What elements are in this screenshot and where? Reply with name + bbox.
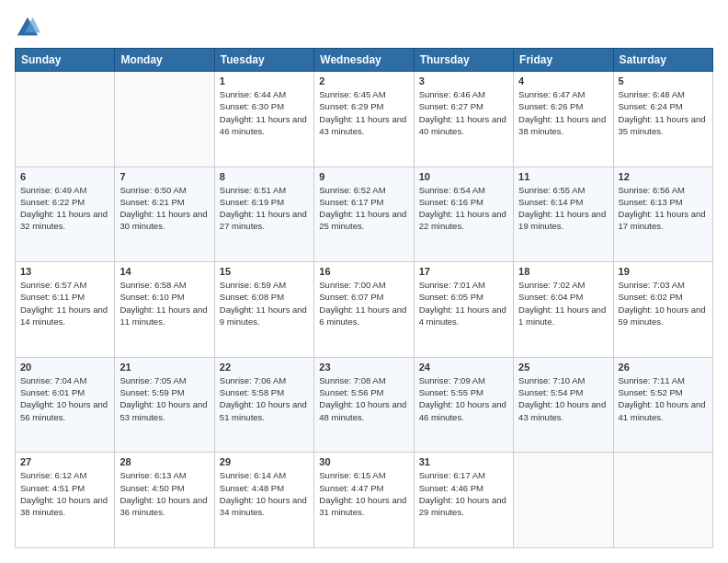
day-number: 1 xyxy=(220,75,309,86)
day-number: 10 xyxy=(419,171,508,182)
header xyxy=(15,15,713,40)
day-number: 29 xyxy=(220,456,309,467)
weekday-header-friday: Friday xyxy=(514,49,613,72)
day-info: Sunrise: 6:49 AMSunset: 6:22 PMDaylight:… xyxy=(20,184,109,233)
day-info: Sunrise: 6:14 AMSunset: 4:48 PMDaylight:… xyxy=(220,469,309,518)
calendar-header: SundayMondayTuesdayWednesdayThursdayFrid… xyxy=(16,49,713,72)
calendar-cell: 7Sunrise: 6:50 AMSunset: 6:21 PMDaylight… xyxy=(115,167,214,262)
day-number: 19 xyxy=(619,266,708,277)
calendar-cell: 15Sunrise: 6:59 AMSunset: 6:08 PMDayligh… xyxy=(214,262,313,358)
calendar-cell: 12Sunrise: 6:56 AMSunset: 6:13 PMDayligh… xyxy=(613,167,712,262)
day-info: Sunrise: 7:10 AMSunset: 5:54 PMDaylight:… xyxy=(518,374,608,423)
day-number: 13 xyxy=(20,266,109,277)
calendar-cell: 16Sunrise: 7:00 AMSunset: 6:07 PMDayligh… xyxy=(314,262,414,358)
day-number: 17 xyxy=(419,266,508,277)
day-number: 21 xyxy=(119,362,209,373)
day-number: 7 xyxy=(119,171,209,182)
calendar-cell: 2Sunrise: 6:45 AMSunset: 6:29 PMDaylight… xyxy=(314,72,414,167)
day-number: 23 xyxy=(319,362,408,373)
day-number: 16 xyxy=(319,266,408,277)
weekday-header-thursday: Thursday xyxy=(414,49,513,72)
calendar-cell: 3Sunrise: 6:46 AMSunset: 6:27 PMDaylight… xyxy=(414,72,513,167)
calendar-cell xyxy=(16,72,115,167)
week-row: 20Sunrise: 7:04 AMSunset: 6:01 PMDayligh… xyxy=(16,357,713,453)
calendar: SundayMondayTuesdayWednesdayThursdayFrid… xyxy=(15,48,713,548)
day-number: 5 xyxy=(619,75,708,86)
day-info: Sunrise: 7:04 AMSunset: 6:01 PMDaylight:… xyxy=(20,374,109,423)
day-info: Sunrise: 6:57 AMSunset: 6:11 PMDaylight:… xyxy=(20,279,109,327)
calendar-cell: 4Sunrise: 6:47 AMSunset: 6:26 PMDaylight… xyxy=(514,72,613,167)
weekday-row: SundayMondayTuesdayWednesdayThursdayFrid… xyxy=(16,49,713,72)
calendar-cell: 19Sunrise: 7:03 AMSunset: 6:02 PMDayligh… xyxy=(613,262,712,358)
weekday-header-tuesday: Tuesday xyxy=(214,49,313,72)
calendar-cell: 8Sunrise: 6:51 AMSunset: 6:19 PMDaylight… xyxy=(214,167,313,262)
day-number: 9 xyxy=(319,171,408,182)
calendar-cell: 26Sunrise: 7:11 AMSunset: 5:52 PMDayligh… xyxy=(613,357,712,453)
day-info: Sunrise: 7:02 AMSunset: 6:04 PMDaylight:… xyxy=(518,279,608,327)
day-number: 3 xyxy=(419,75,508,86)
calendar-cell: 14Sunrise: 6:58 AMSunset: 6:10 PMDayligh… xyxy=(115,262,214,358)
weekday-header-sunday: Sunday xyxy=(16,49,115,72)
day-number: 20 xyxy=(20,362,109,373)
week-row: 1Sunrise: 6:44 AMSunset: 6:30 PMDaylight… xyxy=(16,72,713,167)
calendar-cell xyxy=(514,453,613,548)
day-info: Sunrise: 6:48 AMSunset: 6:24 PMDaylight:… xyxy=(619,88,708,137)
weekday-header-monday: Monday xyxy=(115,49,214,72)
day-number: 28 xyxy=(119,456,209,467)
day-info: Sunrise: 6:56 AMSunset: 6:13 PMDaylight:… xyxy=(619,184,708,233)
calendar-body: 1Sunrise: 6:44 AMSunset: 6:30 PMDaylight… xyxy=(16,72,713,548)
day-number: 4 xyxy=(518,75,608,86)
calendar-cell: 29Sunrise: 6:14 AMSunset: 4:48 PMDayligh… xyxy=(214,453,313,548)
calendar-cell: 18Sunrise: 7:02 AMSunset: 6:04 PMDayligh… xyxy=(514,262,613,358)
day-info: Sunrise: 6:50 AMSunset: 6:21 PMDaylight:… xyxy=(119,184,209,233)
day-info: Sunrise: 6:45 AMSunset: 6:29 PMDaylight:… xyxy=(319,88,408,137)
day-info: Sunrise: 7:03 AMSunset: 6:02 PMDaylight:… xyxy=(619,279,708,327)
calendar-cell: 30Sunrise: 6:15 AMSunset: 4:47 PMDayligh… xyxy=(314,453,414,548)
day-info: Sunrise: 6:58 AMSunset: 6:10 PMDaylight:… xyxy=(119,279,209,327)
day-number: 6 xyxy=(20,171,109,182)
calendar-cell: 27Sunrise: 6:12 AMSunset: 4:51 PMDayligh… xyxy=(16,453,115,548)
calendar-cell: 1Sunrise: 6:44 AMSunset: 6:30 PMDaylight… xyxy=(214,72,313,167)
calendar-cell: 23Sunrise: 7:08 AMSunset: 5:56 PMDayligh… xyxy=(314,357,414,453)
day-info: Sunrise: 7:09 AMSunset: 5:55 PMDaylight:… xyxy=(419,374,508,423)
day-number: 15 xyxy=(220,266,309,277)
day-number: 31 xyxy=(419,456,508,467)
day-info: Sunrise: 7:00 AMSunset: 6:07 PMDaylight:… xyxy=(319,279,408,327)
day-info: Sunrise: 6:15 AMSunset: 4:47 PMDaylight:… xyxy=(319,469,408,518)
day-info: Sunrise: 6:54 AMSunset: 6:16 PMDaylight:… xyxy=(419,184,508,233)
day-info: Sunrise: 6:47 AMSunset: 6:26 PMDaylight:… xyxy=(518,88,608,137)
weekday-header-wednesday: Wednesday xyxy=(314,49,414,72)
week-row: 27Sunrise: 6:12 AMSunset: 4:51 PMDayligh… xyxy=(16,453,713,548)
calendar-cell: 9Sunrise: 6:52 AMSunset: 6:17 PMDaylight… xyxy=(314,167,414,262)
day-number: 27 xyxy=(20,456,109,467)
day-number: 11 xyxy=(518,171,608,182)
day-number: 8 xyxy=(220,171,309,182)
calendar-cell: 10Sunrise: 6:54 AMSunset: 6:16 PMDayligh… xyxy=(414,167,513,262)
calendar-cell: 24Sunrise: 7:09 AMSunset: 5:55 PMDayligh… xyxy=(414,357,513,453)
day-info: Sunrise: 7:08 AMSunset: 5:56 PMDaylight:… xyxy=(319,374,408,423)
calendar-cell: 5Sunrise: 6:48 AMSunset: 6:24 PMDaylight… xyxy=(613,72,712,167)
day-info: Sunrise: 6:17 AMSunset: 4:46 PMDaylight:… xyxy=(419,469,508,518)
calendar-cell xyxy=(613,453,712,548)
day-info: Sunrise: 6:59 AMSunset: 6:08 PMDaylight:… xyxy=(220,279,309,327)
day-number: 30 xyxy=(319,456,408,467)
day-info: Sunrise: 6:44 AMSunset: 6:30 PMDaylight:… xyxy=(220,88,309,137)
calendar-cell: 6Sunrise: 6:49 AMSunset: 6:22 PMDaylight… xyxy=(16,167,115,262)
day-number: 18 xyxy=(518,266,608,277)
calendar-cell: 28Sunrise: 6:13 AMSunset: 4:50 PMDayligh… xyxy=(115,453,214,548)
calendar-cell: 20Sunrise: 7:04 AMSunset: 6:01 PMDayligh… xyxy=(16,357,115,453)
day-number: 2 xyxy=(319,75,408,86)
day-info: Sunrise: 6:52 AMSunset: 6:17 PMDaylight:… xyxy=(319,184,408,233)
calendar-cell: 17Sunrise: 7:01 AMSunset: 6:05 PMDayligh… xyxy=(414,262,513,358)
day-info: Sunrise: 6:46 AMSunset: 6:27 PMDaylight:… xyxy=(419,88,508,137)
week-row: 6Sunrise: 6:49 AMSunset: 6:22 PMDaylight… xyxy=(16,167,713,262)
calendar-cell: 11Sunrise: 6:55 AMSunset: 6:14 PMDayligh… xyxy=(514,167,613,262)
day-info: Sunrise: 7:01 AMSunset: 6:05 PMDaylight:… xyxy=(419,279,508,327)
day-info: Sunrise: 6:13 AMSunset: 4:50 PMDaylight:… xyxy=(119,469,209,518)
calendar-cell: 31Sunrise: 6:17 AMSunset: 4:46 PMDayligh… xyxy=(414,453,513,548)
logo xyxy=(15,15,44,40)
calendar-cell xyxy=(115,72,214,167)
day-number: 24 xyxy=(419,362,508,373)
calendar-cell: 25Sunrise: 7:10 AMSunset: 5:54 PMDayligh… xyxy=(514,357,613,453)
logo-icon xyxy=(15,15,40,40)
